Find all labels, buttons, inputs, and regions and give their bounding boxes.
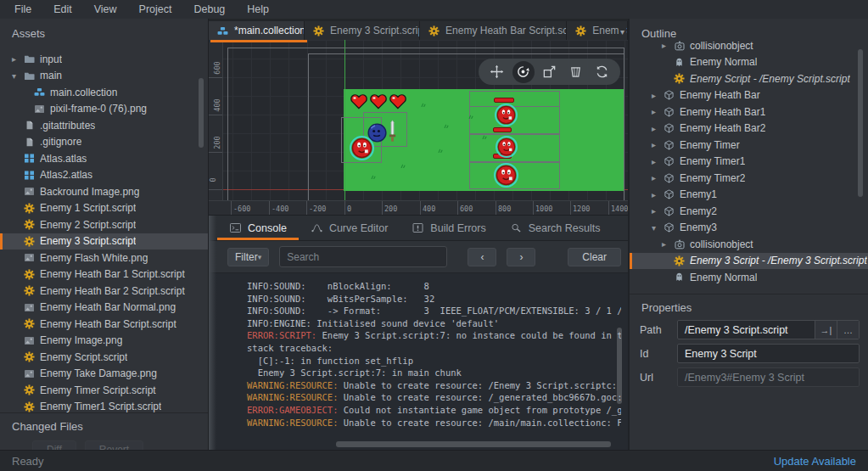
rotate-tool-button[interactable]: [512, 61, 535, 83]
asset-item[interactable]: Enemy Take Damage.png: [0, 366, 208, 383]
collapse-arrow-icon[interactable]: ▾: [649, 223, 658, 233]
asset-item[interactable]: Enemy 1 Script.script: [0, 200, 208, 217]
asset-item[interactable]: Backround Image.png: [0, 183, 208, 200]
revert-button[interactable]: Revert: [85, 440, 143, 450]
expand-arrow-icon[interactable]: ▸: [649, 91, 658, 100]
asset-item[interactable]: ▸input: [0, 51, 208, 68]
outline-item[interactable]: ▸Enemy Timer1: [630, 154, 868, 171]
outline-item[interactable]: ▸collisionobject: [630, 41, 868, 54]
document-tab-3[interactable]: Enem×: [567, 21, 628, 40]
outline-item[interactable]: Enemy Normal: [630, 269, 868, 286]
asset-item[interactable]: Atlas.atlas: [0, 150, 208, 167]
menu-help[interactable]: Help: [236, 3, 280, 15]
reset-camera-button[interactable]: [591, 61, 613, 83]
asset-item-label: Enemy Script.script: [40, 351, 127, 363]
next-match-button[interactable]: ›: [507, 248, 535, 266]
collapse-arrow-icon[interactable]: ▾: [9, 71, 19, 81]
enemy-sprite[interactable]: [350, 136, 374, 160]
browse-button[interactable]: …: [837, 321, 859, 339]
expand-arrow-icon[interactable]: ▸: [649, 206, 658, 216]
enemy-sprite[interactable]: [496, 136, 518, 158]
outline-item[interactable]: ▸Enemy Timer2: [630, 170, 868, 187]
expand-arrow-icon[interactable]: ▸: [649, 140, 658, 149]
open-resource-button[interactable]: →|: [815, 321, 837, 339]
update-available-link[interactable]: Update Available: [774, 455, 856, 468]
asset-item[interactable]: Enemy Script.script: [0, 349, 208, 366]
asset-item[interactable]: ▾main: [0, 68, 208, 85]
outline-item[interactable]: Enemy Normal: [630, 54, 868, 71]
outline-item[interactable]: ▸Enemy Heath Bar: [630, 87, 868, 104]
asset-item[interactable]: Enemy Image.png: [0, 333, 208, 350]
asset-item[interactable]: Enemy Timer Script.script: [0, 382, 208, 399]
outline-item[interactable]: ▸Enemy Timer: [630, 137, 868, 154]
outline-scrollbar[interactable]: [858, 49, 863, 197]
asset-item[interactable]: pixil-frame-0 (76).png: [0, 101, 208, 118]
console-tab-bar: ConsoleCurve EditorBuild ErrorsSearch Re…: [209, 216, 628, 241]
asset-item[interactable]: Enemy 2 Script.script: [0, 216, 208, 233]
scene-viewport[interactable]: 6004002000 -600-400-20002004006008001000…: [209, 40, 628, 215]
frustum-tool-button[interactable]: [565, 61, 587, 83]
prev-match-button[interactable]: ‹: [468, 248, 496, 266]
url-field[interactable]: /Enemy3#Enemy 3 Script: [677, 367, 860, 387]
console-search-input[interactable]: [279, 246, 447, 267]
expand-arrow-icon[interactable]: ▸: [649, 157, 658, 166]
asset-item[interactable]: .gitignore: [0, 134, 208, 151]
outline-item[interactable]: Enemy Script - /Enemy Script.script: [630, 70, 868, 87]
expand-arrow-icon[interactable]: ▸: [659, 239, 669, 249]
asset-item[interactable]: Atlas2.atlas: [0, 167, 208, 184]
enemy-health-bar[interactable]: [494, 98, 514, 103]
expand-arrow-icon[interactable]: ▸: [649, 107, 658, 116]
outline-item[interactable]: ▸Enemy2: [630, 203, 868, 220]
console-tab-curve-editor[interactable]: Curve Editor: [299, 216, 400, 240]
move-tool-button[interactable]: [486, 61, 508, 83]
document-tab-1[interactable]: Enemy 3 Script.script×: [305, 21, 420, 40]
expand-arrow-icon[interactable]: ▸: [9, 54, 19, 64]
console-tab-build-errors[interactable]: Build Errors: [400, 216, 497, 240]
expand-arrow-icon[interactable]: ▸: [649, 124, 658, 133]
asset-item[interactable]: main.collection: [0, 84, 208, 101]
expand-arrow-icon[interactable]: ▸: [659, 41, 669, 50]
console-output[interactable]: INFO:SOUND: nBlockAlign: 8INFO:SOUND: wB…: [209, 273, 621, 441]
console-hscrollbar[interactable]: [336, 441, 611, 447]
enemy-sprite[interactable]: [495, 104, 518, 126]
heart-sprite[interactable]: [350, 93, 368, 109]
tab-overflow-chevron-icon[interactable]: ▾: [620, 27, 624, 36]
menu-project[interactable]: Project: [128, 3, 183, 15]
asset-item[interactable]: Enemy Heath Bar 1 Script.script: [0, 266, 208, 283]
asset-item[interactable]: Enemy Heath Bar Normal.png: [0, 300, 208, 317]
asset-item[interactable]: Enemy Flash White.png: [0, 250, 208, 266]
clear-console-button[interactable]: Clear: [568, 248, 621, 266]
menu-edit[interactable]: Edit: [42, 3, 83, 15]
sword-sprite[interactable]: [389, 120, 396, 143]
assets-scrollbar[interactable]: [199, 78, 204, 148]
diff-button[interactable]: Diff: [32, 440, 76, 450]
outline-item[interactable]: ▾Enemy3: [630, 220, 868, 237]
scale-tool-button[interactable]: [539, 61, 561, 83]
document-tab-2[interactable]: Enemy Heath Bar Script.script×: [420, 21, 567, 40]
enemy-health-bar[interactable]: [493, 127, 512, 132]
asset-item[interactable]: Enemy Heath Bar Script.script: [0, 316, 208, 333]
asset-item[interactable]: .gitattributes: [0, 117, 208, 134]
console-tab-console[interactable]: Console: [217, 216, 299, 240]
outline-item[interactable]: ▸collisionobject: [630, 236, 868, 253]
outline-item[interactable]: ▸Enemy Heath Bar1: [630, 104, 868, 121]
path-field[interactable]: /Enemy 3 Script.script→|…: [677, 320, 860, 339]
expand-arrow-icon[interactable]: ▸: [649, 173, 658, 182]
filter-dropdown[interactable]: Filter▾: [227, 248, 269, 266]
console-tab-search-results[interactable]: Search Results: [498, 216, 613, 240]
asset-item[interactable]: Enemy Heath Bar 2 Script.script: [0, 283, 208, 300]
expand-arrow-icon[interactable]: ▸: [649, 190, 658, 199]
enemy-sprite[interactable]: [494, 163, 518, 188]
heart-sprite[interactable]: [389, 93, 407, 109]
outline-item[interactable]: Enemy 3 Script - /Enemy 3 Script.script: [630, 253, 868, 270]
asset-item[interactable]: Enemy 3 Script.script: [0, 233, 208, 250]
panel-splitter[interactable]: [209, 216, 216, 450]
document-tab-0[interactable]: *main.collection×: [209, 21, 305, 40]
menu-view[interactable]: View: [83, 3, 128, 15]
heart-sprite[interactable]: [369, 93, 388, 109]
outline-item[interactable]: ▸Enemy Heath Bar2: [630, 121, 868, 137]
outline-item[interactable]: ▸Enemy1: [630, 187, 868, 204]
id-field[interactable]: Enemy 3 Script: [677, 344, 860, 363]
menu-debug[interactable]: Debug: [182, 3, 236, 15]
menu-file[interactable]: File: [3, 3, 42, 15]
